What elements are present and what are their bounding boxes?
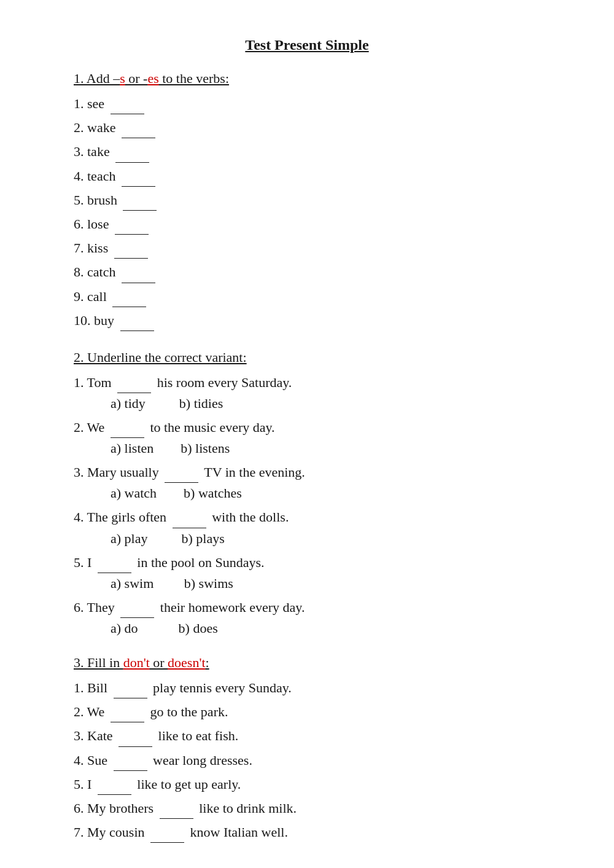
list-item: 6. They their homework every day.	[74, 596, 540, 618]
answer-blank[interactable]	[115, 234, 149, 235]
list-item: 8. catch	[74, 261, 540, 283]
page-title: Test Present Simple	[74, 37, 540, 53]
answer-blank[interactable]	[173, 528, 206, 528]
answer-blank[interactable]	[120, 330, 154, 331]
list-item: 1. Bill play tennis every Sunday.	[74, 677, 540, 698]
options-row: a) tidy b) tidies	[74, 396, 540, 412]
answer-blank[interactable]	[150, 842, 184, 843]
es-suffix: es	[147, 71, 158, 86]
answer-blank[interactable]	[98, 794, 131, 795]
answer-blank[interactable]	[165, 482, 198, 483]
options-row: a) watch b) watches	[74, 485, 540, 501]
options-row: a) do b) does	[74, 620, 540, 636]
answer-blank[interactable]	[111, 114, 144, 114]
dont-label: don't	[123, 655, 150, 670]
answer-blank[interactable]	[114, 258, 148, 259]
list-item: 7. My cousin know Italian well.	[74, 821, 540, 843]
answer-blank[interactable]	[112, 307, 146, 307]
list-item: 6. My brothers like to drink milk.	[74, 797, 540, 819]
answer-blank[interactable]	[122, 283, 155, 283]
options-row: a) play b) plays	[74, 531, 540, 547]
section-2-header: 2. Underline the correct variant:	[74, 350, 540, 366]
options-row: a) listen b) listens	[74, 440, 540, 456]
list-item: 3. Mary usually TV in the evening.	[74, 461, 540, 483]
answer-blank[interactable]	[122, 186, 155, 187]
answer-blank[interactable]	[122, 138, 155, 138]
list-item: 4. The girls often with the dolls.	[74, 506, 540, 528]
answer-blank[interactable]	[111, 437, 144, 438]
section-1: 1. Add –s or -es to the verbs: 1. see 2.…	[74, 71, 540, 331]
answer-blank[interactable]	[114, 698, 147, 698]
answer-blank[interactable]	[98, 573, 131, 573]
list-item: 3. take	[74, 141, 540, 162]
section-2: 2. Underline the correct variant: 1. Tom…	[74, 350, 540, 636]
list-item: 10. buy	[74, 310, 540, 331]
section-3-header: 3. Fill in don't or doesn't:	[74, 655, 540, 671]
list-item: 7. kiss	[74, 237, 540, 259]
answer-blank[interactable]	[117, 393, 151, 393]
s-suffix: s	[120, 71, 125, 86]
section-3: 3. Fill in don't or doesn't: 1. Bill pla…	[74, 655, 540, 843]
answer-blank[interactable]	[120, 617, 154, 618]
list-item: 2. wake	[74, 117, 540, 138]
list-item: 9. call	[74, 286, 540, 307]
list-item: 5. I like to get up early.	[74, 773, 540, 795]
answer-blank[interactable]	[115, 162, 149, 163]
list-item: 5. brush	[74, 189, 540, 211]
list-item: 3. Kate like to eat fish.	[74, 725, 540, 746]
answer-blank[interactable]	[160, 818, 193, 819]
list-item: 6. lose	[74, 213, 540, 235]
answer-blank[interactable]	[123, 210, 157, 211]
doesnt-label: doesn't	[168, 655, 205, 670]
answer-blank[interactable]	[114, 770, 147, 771]
list-item: 4. Sue wear long dresses.	[74, 749, 540, 771]
list-item: 4. teach	[74, 165, 540, 187]
list-item: 2. We to the music every day.	[74, 416, 540, 438]
list-item: 2. We go to the park.	[74, 701, 540, 722]
section-1-header: 1. Add –s or -es to the verbs:	[74, 71, 540, 87]
options-row: a) swim b) swims	[74, 576, 540, 592]
list-item: 1. Tom his room every Saturday.	[74, 372, 540, 393]
list-item: 1. see	[74, 93, 540, 114]
list-item: 5. I in the pool on Sundays.	[74, 552, 540, 573]
answer-blank[interactable]	[111, 722, 144, 722]
answer-blank[interactable]	[119, 746, 152, 747]
